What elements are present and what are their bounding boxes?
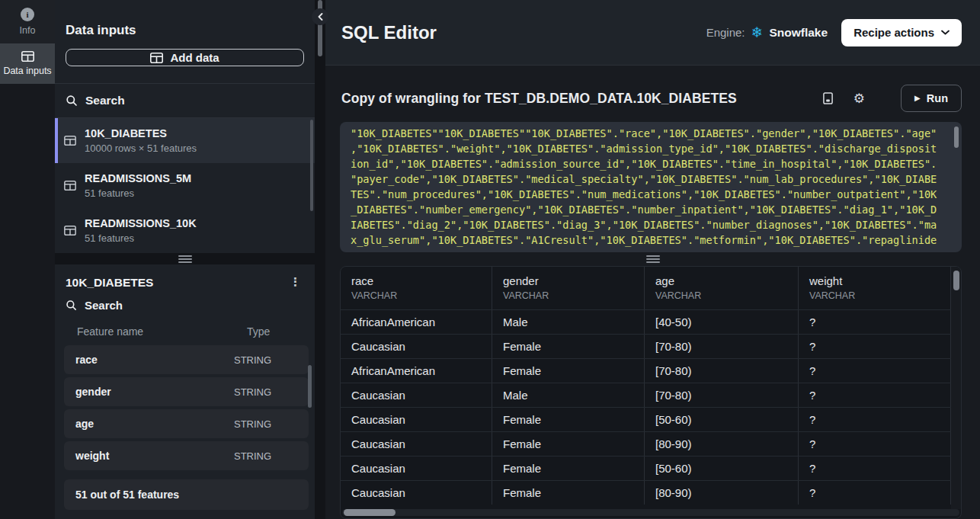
add-data-button[interactable]: Add data (66, 49, 304, 66)
table-grid-icon (64, 226, 76, 235)
dataset-list: 10K_DIABETES 10000 rows × 51 features RE… (55, 118, 315, 253)
engine-name: Snowflake (769, 26, 828, 40)
cell: [70-80) (645, 359, 799, 383)
feature-search-placeholder: Search (85, 299, 123, 312)
dataset-item-readmissions-5m[interactable]: READMISSIONS_5M 51 features (55, 163, 315, 208)
recipe-actions-button[interactable]: Recipe actions (841, 19, 962, 46)
table-row[interactable]: AfricanAmerican Female [70-80) ? (341, 358, 961, 383)
results-horizontal-scrollbar[interactable] (342, 509, 959, 516)
column-header-age[interactable]: age VARCHAR (645, 267, 799, 309)
sidebar-item-info[interactable]: i Info (0, 0, 55, 43)
dataset-name: READMISSIONS_10K (85, 216, 197, 230)
column-header-gender[interactable]: gender VARCHAR (492, 267, 645, 309)
query-title: Copy of wrangling for TEST_DB.DEMO_DATA.… (341, 91, 737, 107)
code-line: x_glu_serum","10K_DIABETES"."A1Cresult",… (351, 232, 951, 248)
cell: ? (799, 310, 951, 334)
cell: Female (492, 457, 645, 480)
sql-code-editor[interactable]: "10K_DIABETES""10K_DIABETES""10K_DIABETE… (340, 122, 962, 252)
column-type: VARCHAR (809, 290, 950, 302)
column-type: VARCHAR (351, 290, 492, 302)
feature-list-scrollbar[interactable] (308, 365, 312, 408)
search-icon (66, 300, 77, 311)
add-data-label: Add data (170, 51, 219, 64)
column-type: VARCHAR (503, 290, 644, 302)
cell: Caucasian (341, 432, 492, 456)
recipe-actions-label: Recipe actions (853, 26, 934, 39)
code-scrollbar[interactable] (954, 127, 959, 148)
settings-button[interactable]: ⚙ (853, 92, 865, 105)
feature-type: STRING (234, 354, 309, 366)
cell: [50-60) (645, 457, 799, 480)
play-icon: ▶ (914, 95, 921, 102)
sidebar-resize-handle[interactable] (315, 0, 325, 519)
code-line: "payer_code","10K_DIABETES"."medical_spe… (351, 171, 951, 187)
cell: ? (799, 481, 951, 505)
code-line: _DIABETES"."number_emergency","10K_DIABE… (351, 202, 951, 217)
chevron-left-icon (318, 13, 323, 21)
icon-rail: i Info Data inputs (0, 0, 55, 519)
table-row[interactable]: Caucasian Female [50-60) ? (341, 407, 961, 431)
cell: ? (799, 383, 951, 407)
dataset-list-scrollbar[interactable] (310, 120, 313, 211)
notebook-button[interactable] (823, 92, 833, 104)
dataset-item-readmissions-10k[interactable]: READMISSIONS_10K 51 features (55, 208, 315, 253)
cell: Male (492, 383, 645, 407)
dataset-meta: 51 features (85, 187, 191, 200)
cell: Female (492, 481, 645, 505)
cell: [80-90) (645, 481, 799, 505)
drag-handle-icon (178, 258, 192, 260)
dataset-search-input[interactable]: Search (55, 84, 315, 117)
feature-type: STRING (234, 418, 309, 430)
feature-row-gender[interactable]: gender STRING (64, 377, 309, 406)
feature-row-weight[interactable]: weight STRING (64, 441, 309, 470)
cell: Female (492, 432, 645, 456)
sidebar-item-data-inputs[interactable]: Data inputs (0, 43, 55, 84)
cell: [70-80) (645, 383, 799, 407)
search-icon (66, 95, 78, 107)
query-toolbar: Copy of wrangling for TEST_DB.DEMO_DATA.… (325, 66, 980, 122)
column-header-weight[interactable]: weight VARCHAR (799, 267, 951, 309)
feature-type: STRING (234, 450, 309, 462)
code-line: ,"10K_DIABETES"."weight","10K_DIABETES".… (351, 141, 951, 156)
feature-row-race[interactable]: race STRING (64, 345, 309, 374)
panel-resize-handle[interactable] (55, 253, 315, 264)
app-root: i Info Data inputs Data inputs Add data … (0, 0, 980, 519)
editor-resize-handle[interactable] (325, 252, 980, 266)
cell: Caucasian (341, 335, 492, 358)
code-line: "10K_DIABETES""10K_DIABETES""10K_DIABETE… (351, 126, 951, 141)
features-panel-title: 10K_DIABETES (66, 276, 153, 290)
scrollbar-thumb[interactable] (344, 509, 396, 516)
info-icon: i (21, 8, 34, 21)
feature-search-input[interactable]: Search (55, 294, 315, 319)
dataset-name: READMISSIONS_5M (85, 171, 191, 185)
table-row[interactable]: Caucasian Male [70-80) ? (341, 383, 961, 407)
dataset-meta: 51 features (85, 232, 197, 245)
table-row[interactable]: Caucasian Female [80-90) ? (341, 431, 961, 456)
results-vertical-scrollbar[interactable] (951, 267, 961, 509)
code-line: ion_id","10K_DIABETES"."admission_source… (351, 156, 951, 171)
cell: ? (799, 408, 951, 431)
table-row[interactable]: AfricanAmerican Male [40-50) ? (341, 309, 961, 334)
column-header-race[interactable]: race VARCHAR (341, 267, 492, 309)
table-grid-icon (150, 53, 163, 63)
sidebar-item-info-label: Info (20, 25, 36, 36)
table-row[interactable]: Caucasian Female [70-80) ? (341, 334, 961, 358)
code-line: IABETES"."diag_2","10K_DIABETES"."diag_3… (351, 217, 951, 232)
cell: ? (799, 432, 951, 456)
data-inputs-panel: Data inputs Add data Search 10K_DIABETES… (55, 0, 315, 253)
feature-name-column-header: Feature name (77, 325, 247, 338)
scrollbar-thumb[interactable] (953, 271, 959, 290)
feature-row-age[interactable]: age STRING (64, 409, 309, 438)
kebab-menu-icon[interactable]: ⋮ (287, 275, 304, 290)
dataset-item-10k-diabetes[interactable]: 10K_DIABETES 10000 rows × 51 features (55, 118, 315, 163)
run-button[interactable]: ▶ Run (901, 85, 962, 112)
code-line: TES"."num_procedures","10K_DIABETES"."nu… (351, 187, 951, 202)
collapse-sidebar-button[interactable] (312, 8, 328, 25)
table-row[interactable]: Caucasian Female [50-60) ? (341, 456, 961, 480)
feature-name: race (75, 354, 234, 366)
feature-name: weight (75, 450, 234, 462)
sidebar-item-data-inputs-label: Data inputs (3, 66, 51, 76)
cell: Caucasian (341, 481, 492, 505)
table-row[interactable]: Caucasian Female [80-90) ? (341, 480, 961, 505)
cell: Caucasian (341, 457, 492, 480)
